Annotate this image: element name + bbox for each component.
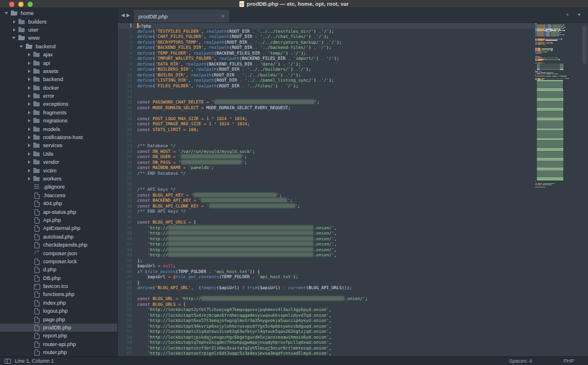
sidebar-item-migrations[interactable]: migrations [0, 117, 117, 125]
sidebar-item-index-php[interactable]: index.php [0, 299, 117, 307]
code-editor[interactable]: 1234567891011121314151617181920212223242… [118, 23, 588, 356]
sidebar-item-vendor[interactable]: vendor [0, 158, 117, 166]
sidebar-item-composer-json[interactable]: composer.json [0, 249, 117, 257]
expand-icon[interactable] [27, 143, 32, 148]
sidebar-item-d-php[interactable]: d.php [0, 266, 117, 274]
folder-icon [18, 35, 25, 41]
sidebar-item-router-php[interactable]: router.php [0, 348, 117, 356]
zoom-window-button[interactable] [28, 2, 33, 7]
collapse-icon[interactable] [20, 44, 24, 49]
document-proxy-icon[interactable] [239, 1, 244, 7]
sidebar-item-ajax[interactable]: ajax [0, 51, 117, 59]
line-number: 4 [118, 40, 137, 45]
expand-icon[interactable] [27, 94, 32, 98]
expand-icon[interactable] [27, 86, 32, 90]
code-line: const BLOG_API_KEY = ''; [137, 193, 535, 198]
new-tab-icon[interactable]: + [566, 12, 569, 18]
forward-arrow-icon[interactable]: ▶ [126, 13, 131, 18]
sidebar-item-report-php[interactable]: report.php [0, 332, 117, 340]
expand-icon[interactable] [27, 152, 32, 156]
sidebar-item-builders[interactable]: builders [0, 17, 117, 25]
sidebar-item-logout-php[interactable]: logout.php [0, 307, 117, 315]
sidebar-item-autoload-php[interactable]: autoload.php [0, 233, 117, 241]
sidebar-item-error[interactable]: error [0, 92, 117, 100]
sidebar-item-assets[interactable]: assets [0, 67, 117, 75]
expand-icon[interactable] [27, 69, 32, 74]
redacted-secret [201, 296, 345, 301]
sidebar-item-docker[interactable]: docker [0, 84, 117, 92]
expand-icon[interactable] [12, 28, 17, 32]
expand-icon[interactable] [27, 102, 32, 106]
sidebar-item-label: builders [28, 19, 47, 25]
back-arrow-icon[interactable]: ◀ [121, 13, 126, 18]
line-number: 18 [118, 116, 137, 122]
sidebar-item-api-php[interactable]: Api.php [0, 216, 117, 224]
scrollbar-track[interactable] [580, 23, 588, 356]
sidebar-item-404-php[interactable]: 404.php [0, 199, 117, 208]
sidebar-item--htaccess[interactable]: .htaccess [0, 191, 117, 199]
sidebar-item-models[interactable]: models [0, 125, 117, 133]
tab-proddb-php[interactable]: prodDB.php × [134, 10, 229, 22]
sidebar-item-fragments[interactable]: fragments [0, 109, 117, 117]
sidebar-item-page-php[interactable]: page.php [0, 315, 117, 323]
tree-spacer [27, 210, 32, 214]
minimap[interactable] [535, 23, 580, 356]
tab-bar: ◀▶ prodDB.php × + ▼ [118, 8, 588, 23]
line-number: 60 [118, 345, 137, 351]
sidebar-item-functions-php[interactable]: functions.php [0, 290, 117, 298]
sidebar-item-router-api-php[interactable]: router-api.php [0, 340, 117, 348]
sidebar-item-composer-lock[interactable]: composer.lock [0, 258, 117, 266]
close-window-button[interactable] [9, 2, 14, 7]
sidebar-item--gitignore[interactable]: .gitignore [0, 183, 117, 191]
code-line: define('IMPORT_WALLETS_FOLDER', realpath… [137, 56, 535, 62]
sidebar-item-utils[interactable]: Utils [0, 150, 117, 158]
sidebar-item-home[interactable]: home [0, 9, 117, 17]
sidebar-item-victim[interactable]: victim [0, 166, 117, 174]
sidebar-item-backend[interactable]: backend [0, 43, 117, 51]
expand-icon[interactable] [27, 110, 32, 115]
indentation-setting[interactable]: Spaces: 4 [509, 358, 532, 364]
line-number: 11 [118, 78, 137, 83]
expand-icon[interactable] [27, 77, 32, 82]
expand-icon[interactable] [27, 176, 32, 181]
expand-icon[interactable] [27, 52, 32, 57]
minimize-window-button[interactable] [18, 2, 24, 7]
sidebar-item-apiexternal-php[interactable]: ApiExternal.php [0, 224, 117, 232]
expand-icon[interactable] [27, 135, 32, 140]
sidebar-item-backend[interactable]: backend [0, 75, 117, 83]
sidebar-item-checkdepends-php[interactable]: checkdepends.php [0, 241, 117, 249]
code-area[interactable]: <?phpdefine('TESTFILES_FOLDER', realpath… [137, 23, 535, 356]
tab-close-icon[interactable]: × [221, 13, 225, 20]
sidebar-item-db-php[interactable]: DB.php [0, 274, 117, 282]
sidebar-toggle-icon[interactable] [5, 359, 11, 364]
sidebar-item-www[interactable]: www [0, 34, 117, 42]
sidebar-item-workers[interactable]: workers [0, 175, 117, 183]
tab-nav-arrows: ◀▶ [121, 13, 131, 18]
folder-icon [33, 118, 40, 124]
expand-icon[interactable] [27, 61, 32, 66]
expand-icon[interactable] [12, 20, 17, 24]
tab-overflow-icon[interactable]: ▼ [577, 12, 581, 18]
expand-icon[interactable] [27, 127, 32, 132]
expand-icon[interactable] [27, 160, 32, 164]
folder-icon [33, 101, 40, 107]
expand-icon[interactable] [27, 168, 32, 173]
sidebar-item-favicon-ico[interactable]: favicon.ico [0, 282, 117, 290]
syntax-selector[interactable]: PHP [563, 358, 574, 364]
folder-icon [33, 110, 40, 116]
sidebar-item-proddb-php[interactable]: prodDB.php [0, 324, 117, 332]
collapse-icon[interactable] [12, 36, 17, 40]
sidebar-item-services[interactable]: services [0, 141, 117, 149]
sidebar-item-exceptions[interactable]: exceptions [0, 100, 117, 108]
expand-icon[interactable] [27, 118, 32, 123]
sidebar-item-label: assets [43, 68, 59, 74]
scrollbar-thumb[interactable] [582, 26, 587, 64]
sidebar-item-api-status-php[interactable]: api-status.php [0, 208, 117, 216]
collapse-icon[interactable] [5, 11, 9, 16]
sidebar-item-api[interactable]: api [0, 59, 117, 67]
line-number: 32 [118, 193, 137, 198]
status-bar: Line 1, Column 1 Spaces: 4 PHP [0, 356, 588, 365]
sidebar-item-user[interactable]: user [0, 26, 117, 34]
line-number: 41 [118, 241, 137, 247]
sidebar-item-notifications-host[interactable]: notifications-host [0, 133, 117, 141]
